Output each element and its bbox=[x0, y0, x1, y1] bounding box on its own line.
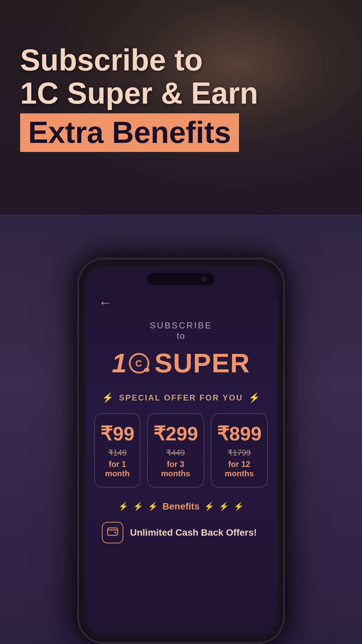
subscribe-to: to bbox=[99, 331, 263, 341]
plans-row: ₹99 ₹149 for 1 month ₹299 ₹449 for 3 mon… bbox=[99, 413, 263, 488]
plan-1-price: ₹99 bbox=[100, 424, 134, 443]
header-section: Subscribe to 1C Super & Earn Extra Benef… bbox=[20, 44, 258, 152]
notch-camera bbox=[201, 277, 206, 281]
phone-content: ← SUBSCRIBE to 1 C bbox=[85, 288, 277, 560]
header-line2: 1C Super & Earn bbox=[20, 77, 258, 110]
back-button[interactable]: ← bbox=[99, 295, 263, 310]
lightning-left-icon: ⚡ bbox=[102, 392, 114, 403]
plan-2-duration: for 3 months bbox=[153, 460, 198, 478]
benefit-lightning-4: ⚡ bbox=[204, 502, 214, 511]
svg-point-2 bbox=[144, 368, 149, 372]
phone-screen: ← SUBSCRIBE to 1 C bbox=[85, 266, 277, 635]
benefit-cashback-text: Unlimited Cash Back Offers! bbox=[130, 527, 257, 539]
svg-point-4 bbox=[115, 532, 116, 534]
logo-c-wrap: C bbox=[128, 352, 151, 375]
header-highlight: Extra Benefits bbox=[20, 113, 239, 152]
svg-rect-3 bbox=[108, 528, 118, 535]
plan-3-price: ₹899 bbox=[217, 424, 262, 443]
one-c-logo: 1 C SUPER bbox=[112, 348, 250, 379]
logo-super: SUPER bbox=[155, 348, 250, 379]
phone-notch bbox=[147, 273, 215, 285]
special-offer-row: ⚡ SPECIAL OFFER FOR YOU ⚡ bbox=[99, 392, 263, 403]
benefit-lightning-3: ⚡ bbox=[148, 502, 158, 511]
plan-2-original: ₹449 bbox=[153, 448, 198, 458]
benefits-label: Benefits bbox=[163, 501, 199, 512]
phone-container: ← SUBSCRIBE to 1 C bbox=[77, 258, 285, 644]
plan-1-duration: for 1 month bbox=[100, 460, 134, 478]
benefit-lightning-6: ⚡ bbox=[234, 502, 244, 511]
svg-text:C: C bbox=[135, 358, 143, 369]
brand-name: 1 C SUPER bbox=[99, 348, 263, 379]
plan-card-1month[interactable]: ₹99 ₹149 for 1 month bbox=[94, 413, 140, 488]
plan-1-original: ₹149 bbox=[100, 448, 134, 458]
plan-2-price: ₹299 bbox=[153, 424, 198, 443]
plan-card-12months[interactable]: ₹899 ₹1799 for 12 months bbox=[211, 413, 268, 488]
phone-notch-area bbox=[85, 266, 277, 288]
plan-3-duration: for 12 months bbox=[217, 460, 262, 478]
subscribe-label: SUBSCRIBE bbox=[99, 320, 263, 331]
plan-card-3months[interactable]: ₹299 ₹449 for 3 months bbox=[147, 413, 204, 488]
benefits-header-row: ⚡ ⚡ ⚡ Benefits ⚡ ⚡ ⚡ bbox=[99, 501, 263, 512]
benefit-lightning-5: ⚡ bbox=[219, 502, 229, 511]
lightning-right-icon: ⚡ bbox=[248, 392, 260, 403]
plan-3-original: ₹1799 bbox=[217, 448, 262, 458]
phone-outer: ← SUBSCRIBE to 1 C bbox=[77, 258, 285, 644]
special-offer-text: SPECIAL OFFER FOR YOU bbox=[119, 393, 243, 402]
cashback-icon bbox=[107, 525, 119, 540]
logo-1: 1 bbox=[112, 348, 128, 379]
header-line1: Subscribe to bbox=[20, 44, 258, 77]
benefit-lightning-2: ⚡ bbox=[133, 502, 143, 511]
benefit-cashback-icon-wrap bbox=[102, 522, 123, 543]
benefit-lightning-1: ⚡ bbox=[118, 502, 128, 511]
benefit-item-cashback: Unlimited Cash Back Offers! bbox=[99, 522, 263, 543]
